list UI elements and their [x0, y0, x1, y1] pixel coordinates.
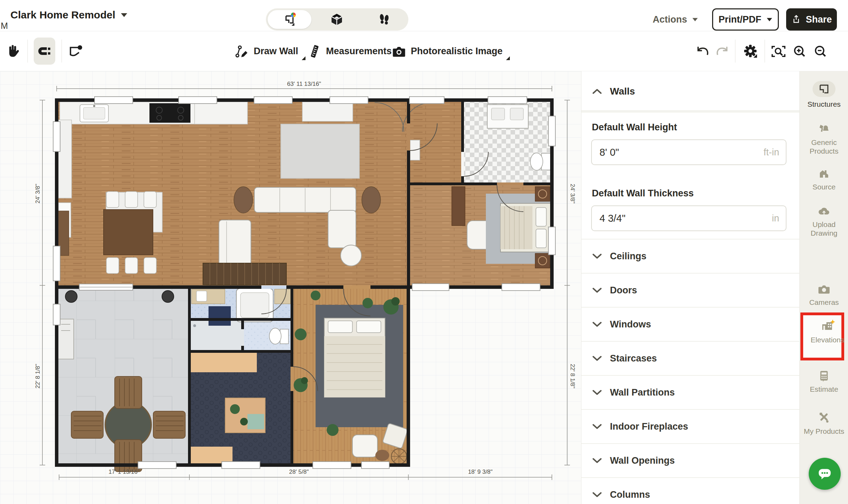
sidebar-item-elevations[interactable]: Elevations	[803, 319, 848, 344]
sidebar-item-cameras[interactable]: Cameras	[800, 284, 848, 307]
chevron-down-icon	[593, 492, 602, 497]
undo-icon	[695, 44, 710, 58]
tab-3d-view[interactable]	[313, 8, 360, 31]
round-chair[interactable]	[341, 245, 361, 266]
wall-thickness-unit: in	[772, 213, 779, 224]
page-title: Clark Home Remodel	[10, 9, 115, 21]
chat-fab-button[interactable]	[809, 458, 841, 490]
color-wheel-icon	[291, 13, 296, 17]
wall-segment-icon	[38, 44, 51, 58]
toilet	[269, 328, 281, 344]
zoom-in-button[interactable]	[792, 44, 807, 58]
kitchen-counter[interactable]	[60, 102, 247, 124]
tab-2d-view[interactable]	[266, 8, 313, 31]
measurements-button[interactable]: Measurements	[309, 31, 392, 71]
walls-header-label: Walls	[610, 86, 635, 97]
dining-set[interactable]	[104, 192, 156, 274]
nightstand	[535, 253, 550, 268]
dimension-bottom-right: 18' 9 3/8"	[468, 469, 493, 475]
redo-button[interactable]	[715, 44, 730, 58]
sidebar-item-upload-drawing[interactable]: Upload Drawing	[800, 206, 848, 237]
cooktop	[149, 103, 190, 123]
submenu-corner-icon	[302, 56, 305, 60]
chat-bubble-icon	[817, 466, 833, 481]
camera-icon	[392, 45, 406, 58]
side-table[interactable]	[234, 187, 253, 213]
sidebar-item-structures[interactable]: Structures	[800, 81, 848, 108]
section-ceilings[interactable]: Ceilings	[581, 239, 800, 273]
pouf	[375, 450, 389, 461]
chevron-down-icon	[593, 287, 602, 293]
section-doors[interactable]: Doors	[581, 273, 800, 307]
pillow	[357, 321, 381, 333]
pillow	[328, 321, 352, 333]
zoom-out-icon	[813, 44, 828, 58]
side-table[interactable]	[362, 187, 381, 213]
section-columns[interactable]: Columns	[581, 477, 800, 504]
draw-room-tool[interactable]	[68, 44, 83, 58]
wall-height-unit: ft-in	[764, 147, 779, 158]
nightstand	[535, 187, 550, 201]
chevron-up-icon	[593, 89, 602, 94]
patio-chair	[153, 411, 185, 438]
zoom-fit-icon	[771, 44, 786, 58]
photorealistic-image-button[interactable]: Photorealistic Image	[392, 31, 510, 71]
armchair	[352, 435, 377, 457]
section-indoor-fireplaces[interactable]: Indoor Fireplaces	[581, 409, 800, 443]
tab-walkthrough-view[interactable]	[360, 8, 408, 31]
cabinet[interactable]	[302, 102, 353, 121]
chevron-down-icon	[593, 356, 602, 361]
furniture-icon	[817, 123, 831, 135]
submenu-corner-icon	[506, 56, 510, 60]
chevron-down-icon	[121, 13, 127, 17]
redo-icon	[715, 44, 730, 58]
wall-tool-selected[interactable]	[34, 38, 55, 65]
dimension-right-upper: 24' 3/8"	[569, 184, 576, 204]
bath-rug	[209, 306, 231, 326]
wall-height-input[interactable]	[591, 139, 786, 165]
actions-button[interactable]: Actions	[653, 10, 698, 29]
floorplan-drawing[interactable]: 63' 11 13/16" 17' 1 13/16" 28' 5/8" 18' …	[0, 71, 581, 504]
top-bar: Clark Home Remodel M	[0, 0, 848, 31]
footprints-icon	[377, 13, 391, 26]
print-pdf-label: Print/PDF	[718, 14, 761, 25]
wall-thickness-label: Default Wall Thickness	[592, 188, 694, 199]
media-room-furniture[interactable]	[225, 398, 265, 433]
panel-sections: Ceilings Doors Windows Staircases Wall P…	[581, 239, 800, 504]
living-rug[interactable]	[281, 124, 359, 178]
section-wall-partitions[interactable]: Wall Partitions	[581, 375, 800, 409]
staircase[interactable]	[203, 263, 286, 285]
divider	[581, 110, 800, 113]
sidebar-item-estimate[interactable]: Estimate	[800, 370, 848, 393]
wall-thickness-input[interactable]	[591, 205, 786, 231]
chevron-down-icon	[767, 18, 772, 21]
sidebar-item-source[interactable]: Source	[800, 168, 848, 191]
undo-button[interactable]	[695, 44, 710, 58]
pillow	[536, 208, 546, 226]
walls-section-header[interactable]: Walls	[581, 78, 800, 105]
floorplan-canvas[interactable]: 63' 11 13/16" 17' 1 13/16" 28' 5/8" 18' …	[0, 71, 581, 504]
section-staircases[interactable]: Staircases	[581, 341, 800, 375]
dimension-left-lower: 22' 8 1/8"	[34, 364, 41, 389]
photorealistic-label: Photorealistic Image	[411, 46, 503, 57]
dimension-left-upper: 24' 3/8"	[34, 184, 41, 204]
sidebar-item-generic-products[interactable]: Generic Products	[800, 123, 848, 155]
dimension-right-lower: 22' 8 1/8"	[569, 364, 576, 389]
zoom-out-button[interactable]	[813, 44, 828, 58]
zoom-fit-button[interactable]	[771, 44, 786, 58]
project-title-menu[interactable]: Clark Home Remodel	[10, 9, 127, 21]
shower-drain	[193, 324, 196, 327]
sidebar-item-my-products[interactable]: My Products	[800, 412, 848, 436]
section-windows[interactable]: Windows	[581, 307, 800, 341]
zoom-in-icon	[792, 44, 807, 58]
print-pdf-button[interactable]: Print/PDF	[712, 8, 779, 31]
pan-hand-tool[interactable]	[6, 44, 20, 59]
elevations-highlight-box: Elevations	[800, 312, 844, 360]
share-button[interactable]: Share	[786, 8, 837, 31]
section-wall-openings[interactable]: Wall Openings	[581, 443, 800, 477]
dining-table	[104, 210, 153, 255]
draw-wall-button[interactable]: Draw Wall	[235, 31, 305, 71]
dimension-bottom-left: 17' 1 13/16"	[108, 469, 140, 475]
camera-icon	[817, 284, 831, 295]
settings-button[interactable]	[742, 44, 758, 59]
